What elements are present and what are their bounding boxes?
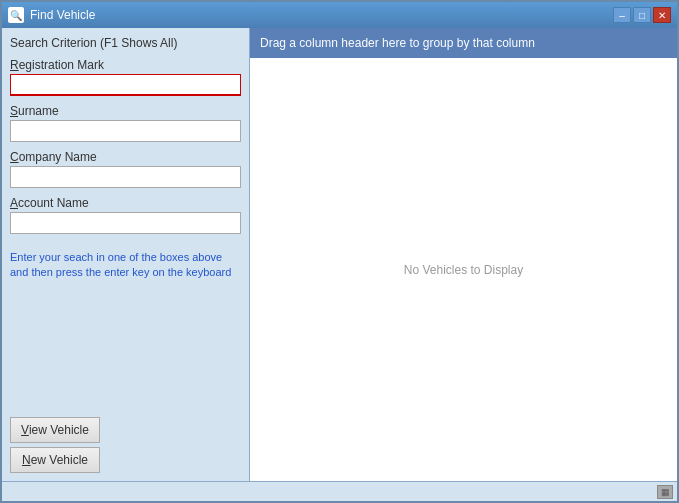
left-panel: Search Criterion (F1 Shows All) Registra… xyxy=(2,28,250,481)
close-button[interactable]: ✕ xyxy=(653,7,671,23)
registration-label-underline: R xyxy=(10,58,19,72)
minimize-button[interactable]: – xyxy=(613,7,631,23)
surname-field-group: Surname xyxy=(10,104,241,142)
empty-grid-text: No Vehicles to Display xyxy=(404,263,523,277)
search-criteria-label: Search Criterion (F1 Shows All) xyxy=(10,36,241,50)
surname-input[interactable] xyxy=(10,120,241,142)
view-vehicle-label: View Vehicle xyxy=(21,423,89,437)
account-input[interactable] xyxy=(10,212,241,234)
surname-label: Surname xyxy=(10,104,241,118)
registration-input[interactable] xyxy=(10,74,241,96)
account-label: Account Name xyxy=(10,196,241,210)
title-bar: 🔍 Find Vehicle – □ ✕ xyxy=(2,2,677,28)
registration-label: Registration Mark xyxy=(10,58,241,72)
right-panel: Drag a column header here to group by th… xyxy=(250,28,677,481)
new-vehicle-label: New Vehicle xyxy=(22,453,88,467)
hint-text: Enter your seach in one of the boxes abo… xyxy=(10,250,241,281)
company-input[interactable] xyxy=(10,166,241,188)
button-group: View Vehicle New Vehicle xyxy=(10,409,241,473)
status-bar: ▦ xyxy=(2,481,677,501)
registration-field-group: Registration Mark xyxy=(10,58,241,96)
account-field-group: Account Name xyxy=(10,196,241,234)
find-vehicle-window: 🔍 Find Vehicle – □ ✕ Search Criterion (F… xyxy=(0,0,679,503)
maximize-button[interactable]: □ xyxy=(633,7,651,23)
spacer xyxy=(10,281,241,409)
window-title: Find Vehicle xyxy=(30,8,95,22)
company-label-underline: C xyxy=(10,150,19,164)
surname-label-underline: S xyxy=(10,104,18,118)
account-label-underline: A xyxy=(10,196,18,210)
title-bar-left: 🔍 Find Vehicle xyxy=(8,7,95,23)
new-vehicle-button[interactable]: New Vehicle xyxy=(10,447,100,473)
grid-body: No Vehicles to Display xyxy=(250,58,677,481)
grid-icon: ▦ xyxy=(657,485,673,499)
window-content: Search Criterion (F1 Shows All) Registra… xyxy=(2,28,677,481)
company-label: Company Name xyxy=(10,150,241,164)
view-vehicle-button[interactable]: View Vehicle xyxy=(10,417,100,443)
grid-header: Drag a column header here to group by th… xyxy=(250,28,677,58)
company-field-group: Company Name xyxy=(10,150,241,188)
window-icon: 🔍 xyxy=(8,7,24,23)
title-controls: – □ ✕ xyxy=(613,7,671,23)
